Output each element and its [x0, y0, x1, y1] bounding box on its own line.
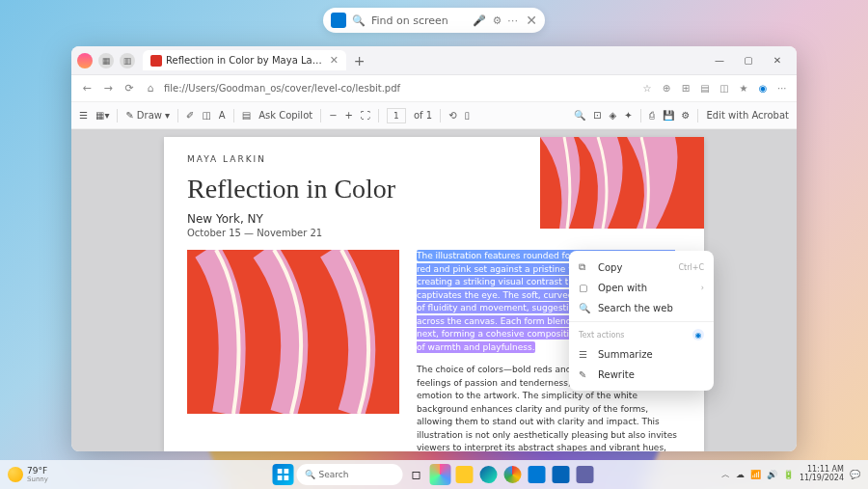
forward-icon[interactable]: →	[100, 82, 116, 95]
page-number-input[interactable]: 1	[387, 108, 406, 123]
copy-icon: ⧉	[579, 261, 590, 273]
workspaces-icon[interactable]: ▦	[98, 53, 114, 68]
explorer-icon[interactable]	[454, 464, 475, 485]
save-icon[interactable]: 💾	[663, 110, 674, 121]
onedrive-icon[interactable]: ☁	[736, 470, 745, 479]
outlook-icon[interactable]	[551, 464, 572, 485]
svg-rect-2	[278, 469, 283, 474]
home-icon[interactable]: ⌂	[143, 82, 158, 95]
open-icon: ▢	[579, 283, 590, 293]
zoom-in-icon[interactable]: +	[345, 110, 353, 121]
fit-icon[interactable]: ⛶	[361, 110, 370, 121]
address-bar: ← → ⟳ ⌂ file://Users/Goodman_os/cover/le…	[71, 75, 797, 102]
rotate-icon[interactable]: ⟲	[448, 110, 456, 121]
toolbar-settings-icon[interactable]: ⚙	[682, 110, 691, 121]
erase-icon[interactable]: ◫	[202, 110, 210, 121]
menu-summarize[interactable]: ☰ Summarize	[569, 344, 714, 365]
edge-browser-window: ▦ ▥ Reflection in Color by Maya La… ✕ + …	[71, 46, 797, 451]
volume-icon[interactable]: 🔊	[767, 470, 777, 479]
edge-icon[interactable]	[478, 464, 500, 485]
menu-open-with[interactable]: ▢ Open with ›	[569, 278, 714, 298]
ask-copilot-button[interactable]: Ask Copilot	[258, 110, 312, 121]
taskbar: 79°F Sunny 🔍 Search ◻ ︿ ☁ 📶 🔊 🔋 11:11 AM…	[0, 460, 868, 489]
screenshot-icon[interactable]: ⊡	[593, 110, 601, 121]
adobe-icon[interactable]: ◈	[609, 110, 616, 121]
titlebar: ▦ ▥ Reflection in Color by Maya La… ✕ + …	[71, 46, 797, 75]
copilot-search-bar[interactable]: 🔍 Find on screen 🎤 ⚙ ⋯ ✕	[323, 8, 545, 33]
read-aloud-icon[interactable]: ▤	[242, 110, 251, 121]
weather-icon	[8, 467, 23, 482]
pdf-toolbar: ☰ ▦▾ ✎ Draw ▾ ✐ ◫ A ▤ Ask Copilot − + ⛶ …	[71, 102, 797, 129]
print-icon[interactable]: ⎙	[649, 110, 655, 121]
svg-rect-5	[285, 475, 289, 480]
menu-rewrite[interactable]: ✎ Rewrite	[569, 365, 714, 385]
back-icon[interactable]: ←	[79, 82, 95, 95]
svg-rect-4	[278, 475, 283, 480]
tab-title: Reflection in Color by Maya La…	[166, 55, 322, 66]
menu-search-web[interactable]: 🔍 Search the web	[569, 298, 714, 318]
copilot-badge-icon: ◉	[692, 329, 704, 340]
clock[interactable]: 11:11 AM 11/19/2024	[800, 466, 844, 483]
rewrite-icon: ✎	[579, 369, 590, 380]
zoom-out-icon[interactable]: −	[329, 110, 337, 121]
favorites-icon[interactable]: ★	[737, 83, 750, 94]
close-icon[interactable]: ✕	[526, 13, 537, 28]
copilot-icon	[331, 13, 346, 28]
search-icon: 🔍	[579, 303, 590, 313]
battery-icon[interactable]: 🔋	[783, 470, 794, 479]
contents-icon[interactable]: ☰	[79, 110, 88, 121]
thumbnail-icon[interactable]: ▦▾	[95, 110, 109, 121]
pdf-icon	[150, 55, 162, 67]
text-icon[interactable]: A	[219, 110, 226, 121]
highlight-icon[interactable]: ✐	[186, 110, 194, 121]
weather-widget[interactable]: 79°F Sunny	[8, 466, 48, 483]
tab-actions-icon[interactable]: ▥	[120, 53, 135, 68]
search-placeholder: Find on screen	[371, 14, 467, 27]
more-icon[interactable]: ⋯	[507, 14, 518, 27]
artwork-left	[187, 250, 399, 414]
refresh-icon[interactable]: ⟳	[122, 82, 137, 95]
split-icon[interactable]: ◫	[718, 83, 731, 94]
context-menu: ⧉ Copy Ctrl+C ▢ Open with › 🔍 Search the…	[569, 251, 714, 391]
collections-icon[interactable]: ▤	[698, 83, 712, 94]
menu-copy[interactable]: ⧉ Copy Ctrl+C	[569, 257, 714, 278]
find-icon[interactable]: 🔍	[574, 110, 585, 121]
chrome-icon[interactable]	[502, 464, 524, 485]
chevron-up-icon[interactable]: ︿	[721, 469, 730, 481]
menu-section-header: Text actions ◉	[569, 325, 714, 344]
translate-icon[interactable]: ⊕	[660, 83, 673, 94]
mic-icon[interactable]: 🎤	[473, 14, 486, 27]
draw-button[interactable]: ✎ Draw ▾	[125, 110, 170, 121]
window-close-button[interactable]: ✕	[764, 47, 791, 74]
search-icon: 🔍	[305, 470, 315, 479]
extensions-icon[interactable]: ⊞	[679, 83, 692, 94]
profile-icon[interactable]	[77, 53, 93, 68]
layout-icon[interactable]: ▯	[465, 110, 471, 121]
copilot-icon[interactable]: ◉	[756, 83, 770, 94]
url-field[interactable]: file://Users/Goodman_os/cover/level-co/l…	[164, 83, 635, 94]
wifi-icon[interactable]: 📶	[750, 470, 761, 479]
task-view-icon[interactable]: ◻	[406, 464, 427, 485]
edit-acrobat-button[interactable]: Edit with Acrobat	[706, 110, 789, 121]
dates: October 15 — November 21	[187, 228, 681, 238]
summarize-icon: ☰	[579, 349, 590, 360]
store-icon[interactable]	[527, 464, 548, 485]
minimize-button[interactable]: —	[706, 47, 733, 74]
start-button[interactable]	[273, 464, 294, 485]
svg-rect-3	[285, 469, 289, 474]
chevron-right-icon: ›	[701, 284, 704, 292]
taskbar-search[interactable]: 🔍 Search	[297, 464, 403, 485]
page-total: of 1	[414, 110, 432, 121]
star-icon[interactable]: ☆	[640, 83, 654, 94]
copilot-pdf-icon[interactable]: ✦	[624, 110, 632, 121]
tab-close-icon[interactable]: ✕	[330, 54, 339, 67]
teams-icon[interactable]	[575, 464, 596, 485]
maximize-button[interactable]: ▢	[735, 47, 762, 74]
new-tab-button[interactable]: +	[354, 53, 366, 68]
notifications-icon[interactable]: 💬	[850, 470, 860, 479]
copilot-taskbar-icon[interactable]	[430, 464, 451, 485]
settings-icon[interactable]: ⚙	[492, 14, 502, 27]
menu-icon[interactable]: ⋯	[775, 83, 789, 94]
title: Reflection in Color	[187, 174, 395, 204]
browser-tab[interactable]: Reflection in Color by Maya La… ✕	[143, 50, 346, 70]
